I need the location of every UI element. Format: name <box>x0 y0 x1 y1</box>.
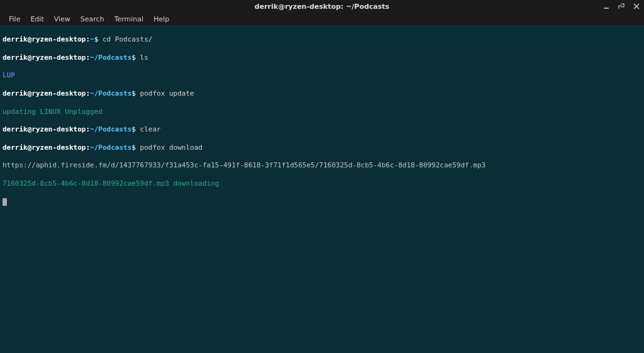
prompt-dollar: $ <box>131 143 136 152</box>
menu-file[interactable]: File <box>4 14 25 25</box>
menubar: File Edit View Search Terminal Help <box>0 13 644 25</box>
menu-search[interactable]: Search <box>75 14 109 25</box>
prompt-path: ~ <box>90 35 94 43</box>
prompt-dollar: $ <box>131 125 136 133</box>
window-title: derrik@ryzen-desktop: ~/Podcasts <box>42 3 602 11</box>
output-text: 7160325d-8cb5-4b6c-8d18-80992cae59df.mp3… <box>3 179 219 188</box>
terminal-line: LUP <box>3 71 641 80</box>
terminal-output[interactable]: derrik@ryzen-desktop:~$ cd Podcasts/ der… <box>0 25 644 216</box>
terminal-line: updating LINUX Unplugged <box>3 108 641 116</box>
terminal-line: derrik@ryzen-desktop:~/Podcasts$ podfox … <box>3 143 641 152</box>
terminal-line: derrik@ryzen-desktop:~/Podcasts$ podfox … <box>3 89 641 98</box>
menu-terminal[interactable]: Terminal <box>109 14 149 25</box>
output-text: https://aphid.fireside.fm/d/1437767933/f… <box>3 161 486 169</box>
command-text: ls <box>136 53 148 62</box>
prompt-dollar: $ <box>131 53 136 62</box>
terminal-line <box>3 198 641 206</box>
terminal-line: https://aphid.fireside.fm/d/1437767933/f… <box>3 161 641 170</box>
prompt-path: ~/Podcasts <box>90 53 131 62</box>
prompt-user-host: derrik@ryzen-desktop <box>3 53 86 62</box>
terminal-line: derrik@ryzen-desktop:~$ cd Podcasts/ <box>3 35 641 44</box>
menu-edit[interactable]: Edit <box>25 14 48 25</box>
terminal-line: 7160325d-8cb5-4b6c-8d18-80992cae59df.mp3… <box>3 179 641 188</box>
output-text: updating LINUX Unplugged <box>3 108 103 116</box>
output-text: LUP <box>3 71 15 79</box>
terminal-cursor <box>3 198 7 206</box>
prompt-user-host: derrik@ryzen-desktop <box>3 143 86 152</box>
close-button[interactable] <box>633 3 640 10</box>
maximize-button[interactable] <box>618 3 625 10</box>
prompt-path: ~/Podcasts <box>90 125 131 133</box>
prompt-user-host: derrik@ryzen-desktop <box>3 125 86 133</box>
prompt-path: ~/Podcasts <box>90 143 131 152</box>
command-text: clear <box>136 125 161 133</box>
prompt-path: ~/Podcasts <box>90 89 131 98</box>
prompt-user-host: derrik@ryzen-desktop <box>3 89 86 98</box>
window-controls <box>602 3 640 10</box>
terminal-line: derrik@ryzen-desktop:~/Podcasts$ clear <box>3 125 641 134</box>
command-text: podfox update <box>136 89 194 98</box>
terminal-line: derrik@ryzen-desktop:~/Podcasts$ ls <box>3 53 641 62</box>
menu-view[interactable]: View <box>49 14 75 25</box>
minimize-button[interactable] <box>602 3 610 10</box>
command-text: podfox download <box>136 143 203 152</box>
prompt-dollar: $ <box>131 89 136 98</box>
window-titlebar: derrik@ryzen-desktop: ~/Podcasts <box>0 0 644 13</box>
menu-help[interactable]: Help <box>148 14 174 25</box>
command-text: cd Podcasts/ <box>98 35 152 43</box>
prompt-user-host: derrik@ryzen-desktop <box>3 35 86 43</box>
